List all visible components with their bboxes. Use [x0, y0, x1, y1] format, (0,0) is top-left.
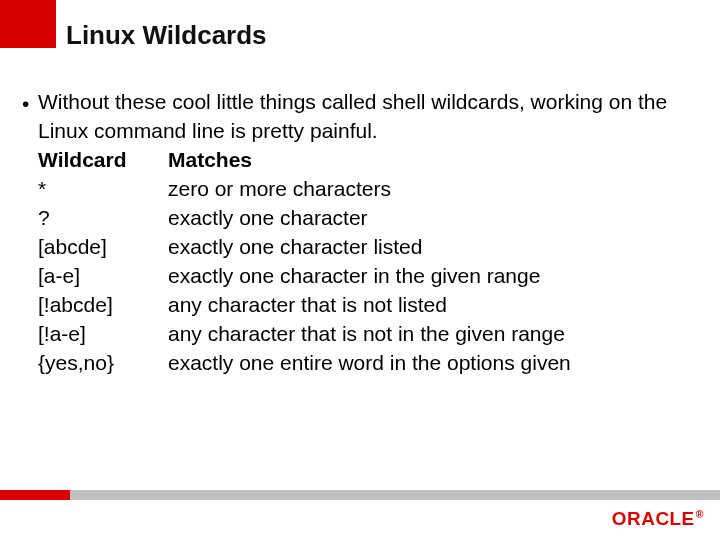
cell-wildcard: *	[38, 175, 168, 204]
cell-matches: any character that is not in the given r…	[168, 320, 690, 349]
wildcards-table: Wildcard Matches * zero or more characte…	[38, 146, 690, 378]
footer-bar-accent	[0, 490, 70, 500]
logo-dot: ®	[696, 509, 704, 520]
cell-wildcard: [!a-e]	[38, 320, 168, 349]
table-row: [!a-e] any character that is not in the …	[38, 320, 690, 349]
table-row: [a-e] exactly one character in the given…	[38, 262, 690, 291]
header-matches: Matches	[168, 146, 690, 175]
footer-bar	[0, 490, 720, 500]
bullet-dot: •	[22, 88, 38, 119]
cell-wildcard: {yes,no}	[38, 349, 168, 378]
cell-matches: exactly one character listed	[168, 233, 690, 262]
oracle-logo: ORACLE®	[612, 509, 704, 530]
cell-wildcard: [!abcde]	[38, 291, 168, 320]
cell-matches: any character that is not listed	[168, 291, 690, 320]
cell-matches: exactly one character in the given range	[168, 262, 690, 291]
table-header-row: Wildcard Matches	[38, 146, 690, 175]
logo-text: ORACLE	[612, 509, 695, 529]
bullet-text: Without these cool little things called …	[38, 88, 690, 146]
slide-content: • Without these cool little things calle…	[22, 88, 690, 378]
table-row: * zero or more characters	[38, 175, 690, 204]
table-row: ? exactly one character	[38, 204, 690, 233]
cell-wildcard: [abcde]	[38, 233, 168, 262]
cell-matches: zero or more characters	[168, 175, 690, 204]
header-wildcard: Wildcard	[38, 146, 168, 175]
cell-matches: exactly one entire word in the options g…	[168, 349, 690, 378]
table-row: {yes,no} exactly one entire word in the …	[38, 349, 690, 378]
table-row: [abcde] exactly one character listed	[38, 233, 690, 262]
slide-title: Linux Wildcards	[66, 20, 267, 51]
brand-corner-block	[0, 0, 56, 48]
footer-bar-fill	[70, 490, 720, 500]
cell-wildcard: [a-e]	[38, 262, 168, 291]
cell-wildcard: ?	[38, 204, 168, 233]
bullet-item: • Without these cool little things calle…	[22, 88, 690, 146]
table-row: [!abcde] any character that is not liste…	[38, 291, 690, 320]
cell-matches: exactly one character	[168, 204, 690, 233]
